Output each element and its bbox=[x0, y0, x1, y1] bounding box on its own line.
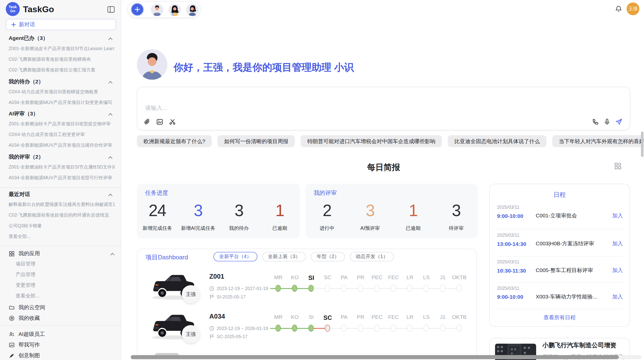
list-item[interactable]: C0X4-动力总成开发项目SI里程碑提交物检查 bbox=[9, 89, 115, 95]
schedule-card: 日程 2025/03/11 9:00-10:00 C001-立项审批会 加入 2… bbox=[489, 184, 630, 327]
list-item[interactable]: C02-飞腾新能源轻客改款项目里程碑画布 bbox=[9, 56, 115, 62]
suggestion-chip[interactable]: 如何写一份清晰的项目周报 bbox=[218, 135, 295, 147]
notification-bell-icon[interactable] bbox=[615, 5, 622, 12]
chat-input[interactable]: 请输入... bbox=[145, 104, 167, 112]
suggestion-chip[interactable]: 当下年轻人对汽车外观有怎样的喜好趋势 bbox=[552, 135, 644, 147]
list-item[interactable]: 公司Q3轻卡销量 bbox=[9, 223, 115, 229]
project-owner-badge[interactable]: 王强 bbox=[182, 285, 200, 303]
logo-row: Task Go TaskGo bbox=[6, 2, 116, 17]
filter-tab[interactable]: 全新平台（4） bbox=[213, 252, 257, 261]
section-my-review[interactable]: 我的评审（2） bbox=[9, 153, 113, 161]
schedule-item[interactable]: 2025/03/11 9:00-10:00 X003-车辆动力学性能验... 加… bbox=[497, 286, 623, 300]
suggestion-chip[interactable]: 特朗普可能对进口汽车增税会对中国车企造成哪些影响 bbox=[301, 135, 442, 147]
milestone-dot bbox=[423, 285, 429, 292]
sidebar-item-ai-super-staff[interactable]: AI超级员工 bbox=[9, 331, 115, 338]
list-item[interactable]: A034-全新新能源MUV产品开发项目造型可行性评审 bbox=[9, 175, 115, 181]
view-all-apps[interactable]: 查看全部... bbox=[16, 293, 114, 299]
section-ai-review[interactable]: AI评审（3） bbox=[9, 110, 113, 117]
join-link[interactable]: 加入 bbox=[612, 267, 623, 274]
microphone-icon[interactable] bbox=[604, 118, 610, 125]
chevron-up-icon[interactable] bbox=[108, 154, 113, 160]
clock-icon bbox=[209, 286, 214, 291]
list-item[interactable]: C0X4-动力总成开发项目工程变更评审 bbox=[9, 131, 115, 138]
divider bbox=[0, 187, 121, 188]
milestone-dot bbox=[292, 285, 297, 292]
list-item[interactable]: C02-飞腾新能源轻客改款项目的闭环通告反馈情况 bbox=[9, 212, 115, 218]
avatar[interactable] bbox=[151, 4, 163, 16]
chevron-up-icon[interactable] bbox=[108, 111, 113, 117]
plus-icon bbox=[134, 6, 141, 13]
attachment-icon[interactable] bbox=[143, 118, 150, 125]
schedule-time: 9:00-10:00 bbox=[497, 294, 536, 300]
list-item[interactable]: A034-全新新能源MUV产品开发项目法规符合性评审 bbox=[9, 142, 115, 148]
list-item[interactable]: 解释最新出台的欧盟报废车法规再生塑料比例被调至15%... bbox=[9, 201, 115, 207]
sidebar-item-help-me-write[interactable]: 帮我写作 bbox=[9, 341, 115, 349]
schedule-time: 13:00-14:30 bbox=[497, 241, 536, 247]
milestone-label: MR bbox=[270, 314, 287, 321]
vertical-scrollbar-thumb[interactable] bbox=[641, 131, 643, 157]
section-recent-chats[interactable]: 最近对话 bbox=[9, 191, 113, 198]
horizontal-scrollbar-track[interactable] bbox=[131, 355, 641, 359]
list-item[interactable]: Z001-全新燃油皮卡产品开发项目SI节点Lesson Learn报告 bbox=[9, 46, 115, 52]
milestone-dot bbox=[308, 325, 314, 332]
milestone-dot bbox=[456, 285, 462, 292]
filter-tab[interactable]: 动总开发（1） bbox=[350, 252, 394, 261]
app-item-project-mgmt[interactable]: 项目管理 bbox=[16, 261, 114, 267]
chevron-up-icon[interactable] bbox=[108, 79, 113, 85]
image-upload-icon[interactable] bbox=[156, 118, 163, 125]
chat-input-card[interactable]: 请输入... bbox=[137, 87, 630, 130]
app-item-change-mgmt[interactable]: 变更管理 bbox=[16, 282, 114, 289]
join-link[interactable]: 加入 bbox=[612, 293, 623, 301]
list-item[interactable]: Z001-全新燃油轻卡产品开发项目SI造型提交物评审 bbox=[9, 121, 115, 127]
milestone-dot bbox=[423, 325, 429, 332]
milestone-line-pending bbox=[311, 288, 459, 289]
join-link[interactable]: 加入 bbox=[612, 212, 623, 219]
project-code[interactable]: Z001 bbox=[209, 273, 224, 280]
project-owner-badge[interactable]: 王强 bbox=[182, 325, 200, 343]
list-item[interactable]: C02-飞腾新能源轻客改款项目立项汇报方案 bbox=[9, 67, 115, 73]
send-icon[interactable] bbox=[616, 118, 622, 125]
project-code[interactable]: A034 bbox=[209, 313, 225, 320]
project-dashboard-card: 项目Dashboard 全新平台（4） 全新上装（3） 年型（2） 动总开发（1… bbox=[137, 249, 477, 360]
new-chat-button[interactable]: 新对话 bbox=[6, 19, 116, 30]
phone-icon[interactable] bbox=[592, 118, 599, 125]
layout-grid-icon[interactable] bbox=[614, 162, 622, 170]
filter-tab[interactable]: 年型（2） bbox=[311, 252, 345, 261]
user-avatar[interactable]: 王强 bbox=[627, 3, 639, 15]
milestone-label: LS bbox=[418, 274, 435, 281]
avatar[interactable] bbox=[186, 4, 198, 16]
chevron-up-icon[interactable] bbox=[108, 191, 113, 197]
list-item[interactable]: A034-全新新能源MUV产品开发项目计划变更表编写 bbox=[9, 99, 115, 106]
horizontal-scrollbar-thumb[interactable] bbox=[131, 355, 619, 359]
chevron-up-icon[interactable] bbox=[108, 35, 113, 41]
sidebar-item-my-apps[interactable]: 我的应用 bbox=[9, 250, 115, 257]
sidebar-item-cloud-space[interactable]: 我的云空间 bbox=[9, 304, 115, 311]
chevron-up-icon[interactable] bbox=[110, 250, 115, 257]
card-title: 我的评审 bbox=[314, 189, 337, 197]
avatar[interactable] bbox=[169, 4, 181, 16]
section-my-todo[interactable]: 我的待办（2） bbox=[9, 78, 113, 85]
app-item-product-mgmt[interactable]: 产品管理 bbox=[16, 271, 114, 278]
suggestion-chip[interactable]: 比亚迪全固态电池计划具体说了什么 bbox=[448, 135, 547, 147]
schedule-item[interactable]: 2025/03/11 10:30-11:30 C005-整车工程目标评审 加入 bbox=[497, 259, 623, 274]
section-agent-done[interactable]: Agent已办（3） bbox=[9, 35, 113, 42]
schedule-item[interactable]: 2025/03/11 9:00-10:00 C001-立项审批会 加入 bbox=[497, 205, 623, 219]
sidebar-collapse-icon[interactable] bbox=[107, 5, 115, 13]
filter-tab[interactable]: 全新上装（3） bbox=[262, 252, 306, 261]
divider bbox=[497, 282, 623, 283]
schedule-item[interactable]: 2025/03/11 13:00-14:30 C003|H0B-方案冻结评审 加… bbox=[497, 233, 623, 247]
suggestion-chip[interactable]: 欧洲新规最近颁布了什么? bbox=[137, 135, 212, 147]
project-flag-milestone: SI-2025-05-17 bbox=[209, 294, 246, 299]
scissors-icon[interactable] bbox=[169, 118, 176, 125]
milestone-label: SI bbox=[303, 314, 319, 321]
schedule-date: 2025/03/11 bbox=[497, 286, 623, 290]
view-all-schedule-link[interactable]: 查看所有日程 bbox=[490, 314, 630, 321]
sidebar-item-favorites[interactable]: 我的收藏 bbox=[9, 314, 115, 322]
flag-icon bbox=[209, 334, 214, 339]
add-session-button[interactable] bbox=[131, 3, 144, 16]
view-all-chats[interactable]: 查看全部... bbox=[9, 233, 115, 239]
sidebar-item-creative-drawing[interactable]: 创意制图 bbox=[9, 352, 115, 359]
milestone-dot bbox=[341, 325, 347, 332]
join-link[interactable]: 加入 bbox=[612, 240, 623, 247]
list-item[interactable]: Z001-全新燃油轻卡产品开发项目SI节点属性5D文件评审 bbox=[9, 164, 115, 170]
